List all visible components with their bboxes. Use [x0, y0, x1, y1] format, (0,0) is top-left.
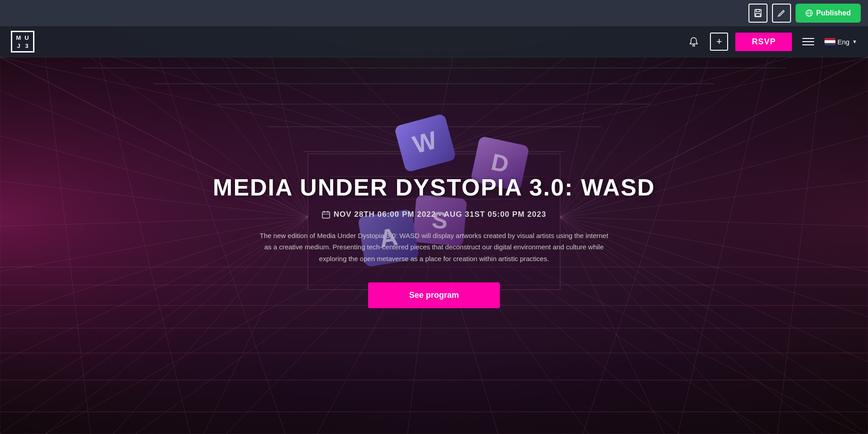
- add-button[interactable]: +: [710, 33, 728, 51]
- save-button[interactable]: [748, 4, 767, 23]
- chevron-down-icon: ▼: [852, 39, 857, 44]
- menu-line-1: [802, 38, 814, 39]
- rsvp-button[interactable]: RSVP: [735, 33, 792, 51]
- published-button[interactable]: Published: [796, 4, 861, 23]
- see-program-button[interactable]: See program: [368, 282, 499, 308]
- plus-icon: +: [716, 36, 722, 48]
- logo-u: U: [23, 34, 30, 41]
- see-program-label: See program: [409, 291, 459, 300]
- menu-line-2: [802, 41, 814, 42]
- language-selector[interactable]: Eng ▼: [825, 38, 857, 46]
- hero-content: MEDIA UNDER DYSTOPIA 3.0: WASD NOV 28TH …: [0, 0, 868, 434]
- svg-rect-1: [756, 10, 760, 12]
- hero-date: NOV 28TH 06:00 PM 2022 - AUG 31ST 05:00 …: [322, 210, 547, 219]
- calendar-icon: [322, 210, 330, 219]
- published-label: Published: [816, 9, 851, 17]
- svg-point-6: [693, 45, 695, 47]
- notification-button[interactable]: [685, 33, 703, 51]
- logo-box: M U J 3: [11, 31, 34, 52]
- svg-rect-99: [322, 212, 330, 218]
- menu-button[interactable]: [799, 33, 817, 51]
- rsvp-label: RSVP: [752, 37, 776, 46]
- nav-right: + RSVP Eng ▼: [685, 33, 857, 51]
- logo-m: M: [15, 34, 22, 41]
- admin-bar: Published: [0, 0, 868, 26]
- logo-j: J: [15, 42, 22, 49]
- language-label: Eng: [837, 38, 849, 46]
- edit-button[interactable]: [772, 4, 791, 23]
- hero-title: MEDIA UNDER DYSTOPIA 3.0: WASD: [213, 174, 655, 201]
- hero-description: The new edition of Media Under Dystopia …: [258, 230, 611, 265]
- svg-rect-2: [756, 14, 760, 16]
- logo[interactable]: M U J 3: [11, 31, 34, 52]
- nav-bar: M U J 3 + RSVP Eng ▼: [0, 26, 868, 57]
- flag-icon: [825, 38, 835, 45]
- logo-3: 3: [23, 42, 30, 49]
- menu-line-3: [802, 44, 814, 45]
- hero-section: W D S A: [0, 0, 868, 434]
- date-text: NOV 28TH 06:00 PM 2022 - AUG 31ST 05:00 …: [334, 210, 547, 219]
